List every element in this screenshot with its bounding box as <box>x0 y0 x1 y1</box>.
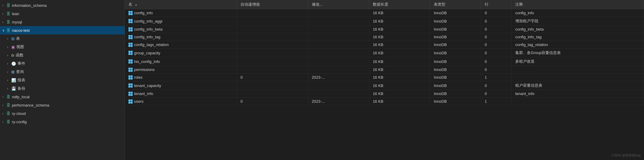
chevron-icon: › <box>2 104 7 107</box>
cell-comment: config_tag_relation <box>512 41 644 49</box>
cell-comment <box>512 66 644 74</box>
sidebar-item-functions[interactable]: › fx 函数 <box>0 51 125 59</box>
cell-comment: tenant_info <box>512 90 644 98</box>
column-rows[interactable]: 行 <box>481 0 512 9</box>
table-grid-icon <box>128 51 133 55</box>
cell-table-type: InnoDB <box>430 26 481 33</box>
table-row[interactable]: config_tags_relation16 KBInnoDB0config_t… <box>125 41 644 49</box>
cell-data-length: 16 KB <box>369 49 430 57</box>
function-icon: fx <box>11 53 14 58</box>
cell-name: tenant_capacity <box>125 81 237 90</box>
sidebar-item-label: 备份 <box>18 86 25 91</box>
table-row[interactable]: his_config_info16 KBInnoDB0多租户改造 <box>125 57 644 66</box>
cell-data-length: 16 KB <box>369 74 430 81</box>
cell-rows: 0 <box>481 26 512 33</box>
cell-table-type: InnoDB <box>430 17 481 26</box>
sidebar-item-information_schema[interactable]: › 🗄 information_schema <box>0 1 125 9</box>
table-row[interactable]: tenant_capacity16 KBInnoDB0租户容量信息表 <box>125 81 644 90</box>
column-modified[interactable]: 修改... <box>308 0 369 9</box>
cell-modified <box>308 33 369 41</box>
cell-comment: 集群、各Group容量信息表 <box>512 49 644 57</box>
sidebar-item-backups[interactable]: › 💾 备份 <box>0 84 125 93</box>
cell-table-type: InnoDB <box>430 33 481 41</box>
table-row[interactable]: permissions16 KBInnoDB0 <box>125 66 644 74</box>
cell-modified <box>308 41 369 49</box>
cell-modified <box>308 90 369 98</box>
sidebar-item-events[interactable]: › 🕐 事件 <box>0 59 125 68</box>
column-table-type[interactable]: 表类型 <box>430 0 481 9</box>
chevron-icon: › <box>7 54 11 57</box>
column-data-length[interactable]: 数据长度 <box>369 0 430 9</box>
sidebar-item-label: ry-cloud <box>12 111 26 116</box>
sidebar-item-performance_schema[interactable]: › 🗄 performance_schema <box>0 101 125 109</box>
sidebar-item-label: 事件 <box>18 61 25 66</box>
table-row[interactable]: group_capacity16 KBInnoDB0集群、各Group容量信息表 <box>125 49 644 57</box>
chevron-icon: › <box>2 12 7 15</box>
cell-name: his_config_info <box>125 57 237 66</box>
cell-data-length: 16 KB <box>369 9 430 17</box>
chevron-icon: › <box>2 112 7 115</box>
cell-name: group_capacity <box>125 49 237 57</box>
chevron-icon: › <box>2 20 7 24</box>
sidebar-item-label: 函数 <box>16 53 23 58</box>
sidebar-item-views[interactable]: › ▣ 视图 <box>0 43 125 51</box>
sidebar-item-ndfp_local[interactable]: › 🗄 ndfp_local <box>0 93 125 101</box>
sidebar-item-label: nacos-test <box>12 28 30 33</box>
cell-data-length: 16 KB <box>369 26 430 33</box>
cell-comment: config_info_tag <box>512 33 644 41</box>
database-icon: 🗄 <box>7 95 10 99</box>
cell-data-length: 16 KB <box>369 57 430 66</box>
sidebar-item-mysql[interactable]: › 🗄 mysql <box>0 18 125 26</box>
event-icon: 🕐 <box>11 61 16 66</box>
sidebar-item-label: 表 <box>16 36 20 41</box>
cell-modified <box>308 66 369 74</box>
table-grid-icon <box>128 59 133 64</box>
column-auto-increment[interactable]: 自动递增值 <box>237 0 308 9</box>
table-row[interactable]: config_info_aggr16 KBInnoDB0增加租户字段 <box>125 17 644 26</box>
table-row[interactable]: roles02023-...16 KBInnoDB1 <box>125 74 644 81</box>
cell-data-length: 16 KB <box>369 81 430 90</box>
table-row[interactable]: users02023-...16 KBInnoDB1 <box>125 98 644 105</box>
cell-rows: 0 <box>481 17 512 26</box>
cell-comment <box>512 74 644 81</box>
table-container[interactable]: 名 ▲ 自动递增值 修改... 数据长度 表类型 <box>125 0 644 160</box>
table-grid-icon <box>128 99 133 104</box>
cell-data-length: 16 KB <box>369 90 430 98</box>
sidebar-item-nacos-test[interactable]: ∨ 🗄 nacos-test <box>0 26 125 34</box>
cell-auto-increment: 0 <box>237 98 308 105</box>
chevron-icon: › <box>7 62 11 65</box>
table-grid-icon <box>128 43 133 47</box>
sidebar-item-label: 视图 <box>16 44 24 50</box>
cell-name: config_info <box>125 9 237 17</box>
main-content: 名 ▲ 自动递增值 修改... 数据长度 表类型 <box>125 0 644 160</box>
cell-auto-increment <box>237 41 308 49</box>
table-grid-icon <box>128 68 133 72</box>
sidebar-item-ry-config[interactable]: › 🗄 ry-config <box>0 118 125 126</box>
sidebar-item-label: ry-config <box>12 120 27 124</box>
column-comment[interactable]: 注释 <box>512 0 644 9</box>
sidebar-item-label: 查询 <box>16 69 24 75</box>
sidebar-item-reports[interactable]: › 📊 报表 <box>0 76 125 84</box>
table-row[interactable]: tenant_info16 KBInnoDB0tenant_info <box>125 90 644 98</box>
sidebar-item-tables[interactable]: › ⊞ 表 <box>0 34 125 43</box>
sidebar-item-lean[interactable]: › 🗄 lean <box>0 9 125 18</box>
table-grid-icon <box>128 83 133 88</box>
cell-table-type: InnoDB <box>430 49 481 57</box>
cell-name: users <box>125 98 237 105</box>
cell-comment: config_info_beta <box>512 26 644 33</box>
cell-modified <box>308 17 369 26</box>
cell-auto-increment <box>237 49 308 57</box>
table-header-row: 名 ▲ 自动递增值 修改... 数据长度 表类型 <box>125 0 644 9</box>
table-row[interactable]: config_info_tag16 KBInnoDB0config_info_t… <box>125 33 644 41</box>
cell-auto-increment <box>237 81 308 90</box>
cell-table-type: InnoDB <box>430 81 481 90</box>
table-row[interactable]: config_info16 KBInnoDB0config_info <box>125 9 644 17</box>
cell-modified: 2023-... <box>308 98 369 105</box>
database-icon: 🗄 <box>7 120 10 124</box>
column-name[interactable]: 名 ▲ <box>125 0 237 9</box>
sidebar-item-ry-cloud[interactable]: › 🗄 ry-cloud <box>0 109 125 118</box>
table-row[interactable]: config_info_beta16 KBInnoDB0config_info_… <box>125 26 644 33</box>
sidebar-item-queries[interactable]: › ⊞ 查询 <box>0 68 125 76</box>
database-icon: 🗄 <box>7 12 10 16</box>
sort-arrow-icon: ▲ <box>135 3 138 6</box>
